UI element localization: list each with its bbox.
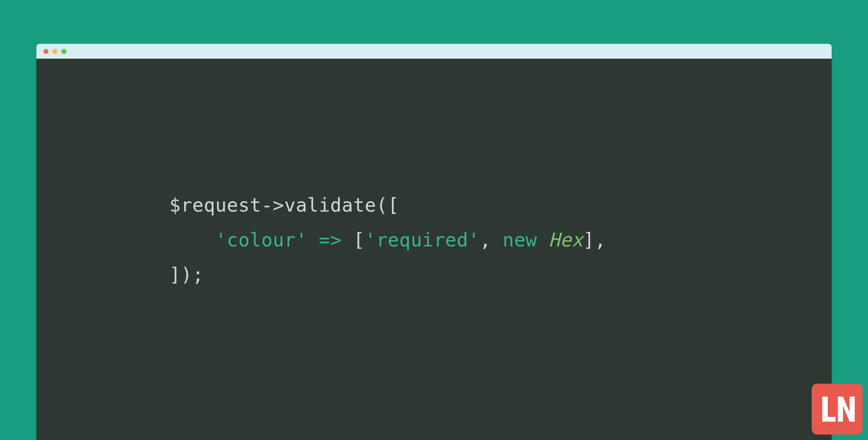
code-token-punct: [: [353, 229, 364, 251]
code-line-3: ]);: [169, 257, 832, 292]
code-indent: [169, 229, 215, 251]
code-token-punct: ,: [595, 229, 606, 251]
code-token-operator: =>: [307, 229, 353, 251]
code-token-keyword: new: [503, 229, 549, 251]
watermark-logo: [812, 384, 863, 435]
code-editor: $request->validate([ 'colour' => ['requi…: [36, 59, 832, 292]
code-token-string: 'colour': [215, 229, 307, 251]
code-token-variable: $request: [169, 194, 261, 216]
code-token-punct: ]);: [169, 264, 204, 286]
maximize-icon[interactable]: [61, 49, 66, 54]
code-token-punct: ([: [376, 194, 399, 216]
code-token-punct: ]: [583, 229, 594, 251]
code-token-punct: ,: [480, 229, 503, 251]
code-token-arrow: ->: [261, 194, 284, 216]
code-token-method: validate: [284, 194, 376, 216]
code-window: $request->validate([ 'colour' => ['requi…: [36, 44, 832, 440]
close-icon[interactable]: [43, 49, 48, 54]
code-token-class: Hex: [549, 229, 583, 251]
ln-logo-icon: [818, 390, 857, 429]
code-line-1: $request->validate([: [169, 188, 832, 223]
code-token-string: 'required': [365, 229, 480, 251]
code-line-2: 'colour' => ['required', new Hex],: [169, 223, 832, 257]
window-titlebar: [36, 44, 832, 59]
minimize-icon[interactable]: [52, 49, 57, 54]
